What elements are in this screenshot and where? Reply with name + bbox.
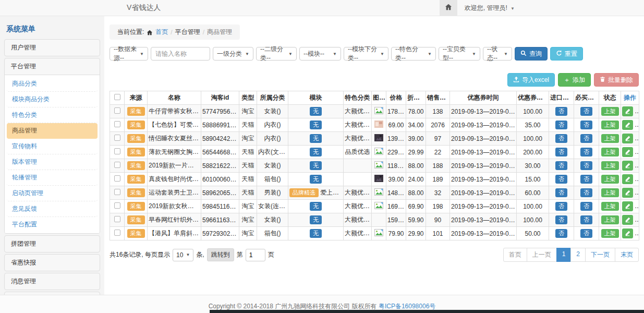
edit-button[interactable] [622,106,633,116]
must-buy-badge[interactable]: 否 [580,161,592,170]
name-search-input[interactable] [151,47,210,61]
row-checkbox[interactable] [114,162,120,168]
import-select-badge[interactable]: 否 [555,148,567,156]
sidebar-group-heading[interactable]: 平台管理 [5,58,100,75]
row-checkbox[interactable] [114,189,120,195]
sidebar-group: 用户管理 [4,39,100,56]
sidebar-item[interactable]: 意见反馈 [7,201,98,217]
edit-button[interactable] [622,228,633,238]
filter-select[interactable]: --宝贝类型--▼ [439,47,480,61]
edit-button[interactable] [622,147,633,157]
row-checkbox[interactable] [114,230,120,236]
must-buy-badge[interactable]: 否 [580,175,592,184]
row-checkbox[interactable] [114,148,120,154]
import-select-badge[interactable]: 否 [555,175,567,184]
filter-select[interactable]: --二级分类--▼ [256,47,297,61]
must-buy-badge[interactable]: 否 [580,148,592,156]
sidebar-item[interactable]: 商品分类 [7,76,98,92]
status-badge[interactable]: 上架 [601,134,619,143]
status-badge[interactable]: 上架 [601,161,619,170]
sidebar-item[interactable]: 商品管理 [7,123,98,139]
row-checkbox[interactable] [114,202,120,209]
status-badge[interactable]: 上架 [601,215,619,224]
must-buy-badge[interactable]: 否 [580,215,592,224]
sidebar-item[interactable]: 模块商品分类 [7,92,98,107]
import-select-badge[interactable]: 否 [555,107,567,116]
edit-button[interactable] [622,174,633,184]
module-cell: 品牌精选爱上运动 [288,186,344,200]
breadcrumb-item-platform[interactable]: 平台管理 [175,28,200,37]
edit-button[interactable] [622,201,633,211]
sidebar-group-heading[interactable]: 用户管理 [5,40,100,56]
import-select-badge[interactable]: 否 [555,215,567,224]
page-button[interactable]: 1 [556,248,572,262]
icp-link[interactable]: 粤ICP备16098006号 [379,303,435,310]
select-all-checkbox[interactable] [114,94,120,100]
import-select-badge[interactable]: 否 [555,202,567,211]
page-button[interactable]: 下一页 [585,248,615,262]
import-select-badge[interactable]: 否 [555,161,567,170]
sidebar-group-heading[interactable]: 消息管理 [5,273,100,290]
user-menu[interactable]: 欢迎您, 管理员! ▼ [465,4,515,13]
edit-button[interactable] [622,161,633,171]
sidebar-item[interactable]: 平台配置 [7,217,98,232]
filter-select[interactable]: --状态--▼ [483,47,512,61]
filter-select[interactable]: --数据来源--▼ [110,47,148,61]
sidebar-group-heading[interactable]: 省惠快报 [5,255,100,271]
edit-button[interactable] [622,188,633,198]
per-page-select[interactable]: 10 ▼ [173,249,193,261]
edit-button[interactable] [622,215,633,225]
status-badge[interactable]: 上架 [601,202,619,211]
edit-button[interactable] [622,134,633,143]
filter-select[interactable]: --模块下分类--▼ [344,47,388,61]
feature-category-cell: 大额优惠券 [344,227,372,240]
sidebar-item[interactable]: 版本管理 [7,154,98,170]
edit-button[interactable] [622,120,633,130]
sidebar-group-heading[interactable]: 拼团管理 [5,236,100,252]
breadcrumb-home-link[interactable]: 首页 [155,28,168,37]
row-checkbox[interactable] [114,216,120,222]
must-buy-badge[interactable]: 否 [580,134,592,143]
import-select-badge[interactable]: 否 [555,188,567,197]
page-button[interactable]: 末页 [615,248,639,262]
jump-page-input[interactable] [246,249,265,261]
add-button[interactable]: ＋ 添加 [558,73,591,87]
must-buy-badge[interactable]: 否 [580,229,592,238]
page-button[interactable]: 2 [570,248,586,262]
must-buy-badge[interactable]: 否 [580,202,592,211]
sidebar-item[interactable]: 宣传物料 [7,139,98,154]
status-badge[interactable]: 上架 [601,188,619,197]
sidebar-item[interactable]: 启动页管理 [7,186,98,201]
filter-select[interactable]: --模块--▼ [299,47,341,61]
must-buy-badge[interactable]: 否 [580,121,592,129]
reset-button[interactable]: 重置 [550,47,583,61]
import-excel-button[interactable]: 导入excel [507,73,555,87]
row-checkbox[interactable] [114,135,120,141]
import-select-badge[interactable]: 否 [555,121,567,129]
import-select-badge[interactable]: 否 [555,229,567,238]
must-buy-badge[interactable]: 否 [580,107,592,116]
status-badge[interactable]: 上架 [601,121,619,129]
search-button[interactable]: 查询 [515,47,548,61]
home-button[interactable] [440,0,457,16]
sidebar-item[interactable]: 轮播管理 [7,170,98,186]
filter-select[interactable]: --特色分类--▼ [391,47,436,61]
status-badge[interactable]: 上架 [601,175,619,184]
row-checkbox[interactable] [114,175,120,182]
import-select-badge[interactable]: 否 [555,134,567,143]
sidebar-item[interactable]: 特色分类 [7,107,98,123]
status-badge[interactable]: 上架 [601,107,619,116]
status-badge[interactable]: 上架 [601,148,619,156]
status-badge[interactable]: 上架 [601,229,619,238]
module-cell: 无 [288,173,344,186]
row-checkbox[interactable] [114,121,120,127]
icon-cell [372,173,386,186]
must-buy-badge[interactable]: 否 [580,188,592,197]
page-button[interactable]: 上一页 [527,248,557,262]
type-cell: 天猫 [239,159,257,173]
row-checkbox[interactable] [114,107,120,114]
jump-button[interactable]: 跳转到 [207,248,234,261]
page-button[interactable]: 首页 [503,248,527,262]
batch-delete-button[interactable]: 批量删除 [594,73,639,87]
filter-select[interactable]: 一级分类▼ [213,47,253,61]
